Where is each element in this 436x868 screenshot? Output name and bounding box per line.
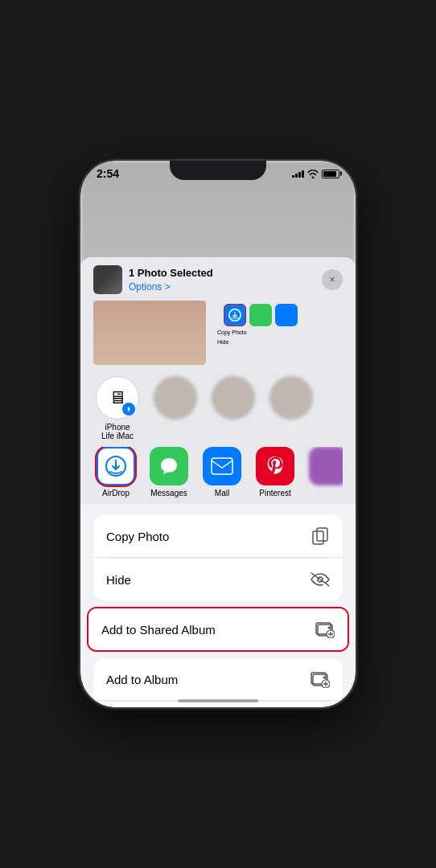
pinterest-label: Pinterest [259,489,290,497]
app-item-blurred[interactable] [306,447,343,497]
action-duplicate[interactable]: Duplicate [93,702,343,707]
app-item-airdrop[interactable]: AirDrop [93,447,138,497]
svg-point-12 [323,677,326,679]
preview-header: 1 Photo Selected Options > × [93,265,343,294]
add-to-album-label: Add to Album [106,673,178,686]
messages-icon-circle [150,447,188,485]
people-row[interactable]: 🖥 iPhoneLife iMac [93,371,343,447]
hide-icon [311,570,330,589]
app-item-messages[interactable]: Messages [146,447,191,497]
preview-image-main [93,301,206,365]
home-indicator [178,699,258,702]
add-shared-album-icon [315,620,335,639]
action-list-container: Copy Photo Hide [80,504,356,707]
signal-icon [292,170,304,178]
mail-icon-circle [203,447,241,485]
hide-label: Hide [106,573,131,587]
device-name-imac: iPhoneLife iMac [101,423,134,440]
person-item-imac[interactable]: 🖥 iPhoneLife iMac [93,376,142,440]
share-sheet-content[interactable]: 1 Photo Selected Options > × [80,257,356,707]
person-item-4[interactable] [267,376,315,440]
svg-point-9 [328,627,331,629]
preview-overlay: Copy Photo Hide [212,301,301,361]
notch [170,161,266,180]
airdrop-icon-circle [97,447,135,485]
person-avatar-4 [269,376,313,420]
mini-copy-label: Copy Photo [216,329,298,336]
add-to-album-icon [311,669,330,689]
share-sheet: 1 Photo Selected Options > × [80,257,356,707]
pinterest-icon [266,456,284,477]
person-avatar-3 [212,376,255,420]
preview-title-text: 1 Photo Selected Options > [129,267,213,293]
svg-rect-4 [313,531,323,544]
action-add-to-shared-album-highlighted[interactable]: Add to Shared Album [87,607,349,652]
battery-icon [322,170,339,178]
mini-hide-label: Hide [216,338,298,346]
phone-frame: 2:54 [80,161,356,707]
action-add-shared-album[interactable]: Add to Shared Album [88,608,348,650]
app-icons-row[interactable]: AirDrop Messages [93,447,343,504]
preview-images-row: Copy Photo Hide [93,301,343,371]
add-shared-album-label: Add to Shared Album [101,623,216,637]
app-item-mail[interactable]: Mail [199,447,245,497]
airdrop-label: AirDrop [102,489,130,497]
blurred-app-icon-circle [309,447,343,485]
options-link[interactable]: Options > [129,281,171,293]
copy-photo-label: Copy Photo [106,530,169,543]
action-hide[interactable]: Hide [93,559,343,600]
wifi-icon [307,170,319,178]
person-item-3[interactable] [209,376,257,440]
svg-rect-3 [317,528,327,541]
app-item-pinterest[interactable]: Pinterest [253,447,298,497]
status-icons [292,170,339,178]
device-avatar-imac: 🖥 [96,376,139,420]
airdrop-wave-icon [122,403,135,416]
svg-rect-2 [212,458,232,474]
messages-icon [158,456,179,477]
status-time: 2:54 [97,167,119,180]
preview-thumbnail [93,265,122,294]
pinterest-icon-circle [256,447,294,485]
copy-photo-icon [311,526,330,546]
action-add-to-album[interactable]: Add to Album [93,658,343,701]
person-avatar-2 [154,376,197,420]
action-list-group-1: Copy Photo Hide [93,515,343,600]
messages-label: Messages [150,489,187,497]
person-item-2[interactable] [151,376,199,440]
action-copy-photo[interactable]: Copy Photo [93,515,343,558]
preview-title: 1 Photo Selected [129,267,213,279]
close-button[interactable]: × [322,269,343,290]
preview-area: 1 Photo Selected Options > × [80,257,356,504]
phone-screen: 2:54 [80,161,356,707]
mail-label: Mail [215,489,229,497]
mail-icon [211,457,233,475]
preview-title-section: 1 Photo Selected Options > [93,265,213,294]
airdrop-red-highlight [95,447,137,487]
airdrop-mini-icon [228,309,241,321]
